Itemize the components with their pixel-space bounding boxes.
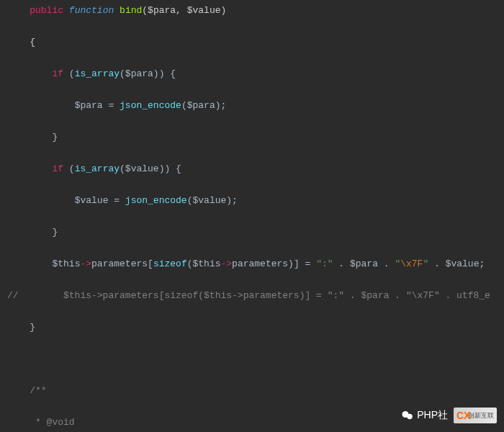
brace: }	[52, 227, 58, 238]
params: ($para, $value)	[142, 5, 226, 16]
code-line: $value = json_encode($value);	[0, 193, 504, 209]
docblock-open: /**	[30, 385, 46, 396]
wechat-text: PHP社	[417, 409, 448, 422]
variable: $value	[75, 195, 109, 206]
property: parameters)] =	[232, 258, 316, 269]
keyword-if: if	[52, 163, 63, 174]
op: =	[103, 100, 120, 111]
brand-logo: CX 创新互联	[454, 408, 497, 423]
builtin-call: is_array	[75, 68, 120, 79]
code-line: $para = json_encode($para);	[0, 98, 504, 114]
logo-mark: CX	[456, 410, 470, 421]
code-editor: public function bind($para, $value) { if…	[0, 0, 504, 432]
property: parameters[	[91, 258, 153, 269]
string-literal: ":"	[316, 258, 333, 269]
wechat-icon	[401, 409, 414, 422]
code-line: }	[0, 320, 504, 336]
variable: $para	[350, 258, 378, 269]
svg-point-1	[407, 414, 413, 420]
watermark: PHP社 CX 创新互联	[401, 408, 497, 423]
docblock-line: /**	[0, 383, 504, 399]
logo-text: 创新互联	[468, 411, 494, 420]
code-text: ($value)) {	[120, 163, 181, 174]
brace: }	[30, 322, 35, 333]
op: .	[378, 258, 395, 269]
keyword-if: if	[52, 68, 63, 79]
code-text: ($this	[187, 258, 221, 269]
variable: $value;	[446, 258, 485, 269]
code-line: {	[0, 35, 504, 50]
keyword-function: function	[69, 5, 114, 16]
brace: {	[30, 37, 35, 48]
variable: $para	[75, 100, 103, 111]
brace: }	[52, 132, 58, 143]
op: .	[333, 258, 350, 269]
builtin-call: json_encode	[120, 100, 181, 111]
op: =	[108, 195, 125, 206]
code-line: }	[0, 225, 504, 240]
keyword-public: public	[30, 5, 63, 16]
code-text: ($value);	[187, 195, 238, 206]
docblock-text: * @void	[30, 417, 74, 428]
code-line: }	[0, 130, 504, 145]
code-line: public function bind($para, $value)	[0, 3, 504, 19]
builtin-call: sizeof	[153, 258, 187, 269]
code-text: ($para)) {	[120, 68, 176, 79]
escape-seq: \x7F	[400, 258, 423, 269]
builtin-call: json_encode	[125, 195, 187, 206]
code-line: if (is_array($value)) {	[0, 161, 504, 177]
code-line: $this->parameters[sizeof($this->paramete…	[0, 256, 504, 272]
commented-line: // $this->parameters[sizeof($this->param…	[0, 288, 504, 304]
arrow-op: ->	[80, 258, 91, 269]
op: .	[428, 258, 445, 269]
wechat-label: PHP社	[401, 409, 448, 422]
code-text: ($para);	[181, 100, 226, 111]
this-var: $this	[52, 258, 80, 269]
function-name: bind	[120, 5, 142, 16]
arrow-op: ->	[221, 258, 233, 269]
blank-line	[0, 351, 504, 367]
code-line: if (is_array($para)) {	[0, 66, 504, 82]
builtin-call: is_array	[75, 163, 120, 174]
